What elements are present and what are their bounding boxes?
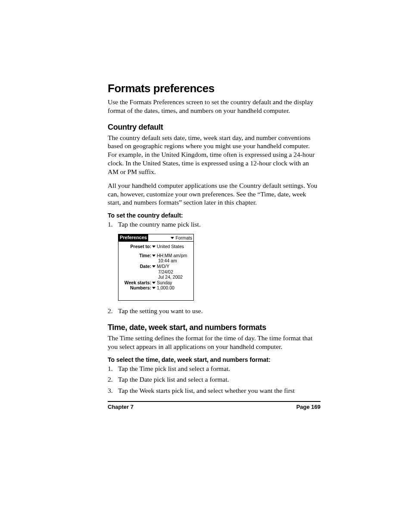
palm-screenshot: Preferences Formats Preset to: United St… — [118, 234, 321, 301]
steps-select-formats: Tap the Time pick list and select a form… — [108, 364, 321, 395]
numbers-value: 1,000.00 — [157, 285, 174, 291]
document-page: Formats preferences Use the Formats Pref… — [0, 0, 411, 532]
step-2: Tap the setting you want to use. — [108, 307, 321, 315]
dropdown-triangle-icon — [152, 287, 156, 289]
dropdown-triangle-icon — [152, 282, 156, 284]
step-1: Tap the Time pick list and select a form… — [108, 364, 321, 373]
preset-to-picklist[interactable]: United States — [152, 244, 184, 249]
time-label: Time: — [121, 253, 152, 258]
time-picklist[interactable]: HH:MM am/pm — [152, 253, 187, 258]
footer-chapter: Chapter 7 — [108, 404, 134, 410]
step-3: Tap the Week starts pick list, and selec… — [108, 386, 321, 395]
task-heading-set-country-default: To set the country default: — [108, 212, 321, 219]
intro-paragraph: Use the Formats Preferences screen to se… — [108, 98, 321, 115]
date-example-1: 7/24/02 — [121, 269, 191, 275]
steps-set-country-default: Tap the country name pick list. — [108, 220, 321, 229]
step-1: Tap the country name pick list. — [108, 220, 321, 229]
week-starts-picklist[interactable]: Sunday — [152, 280, 172, 286]
palm-title-tab: Preferences — [118, 234, 148, 241]
country-default-paragraph-1: The country default sets date, time, wee… — [108, 134, 321, 176]
dropdown-triangle-icon — [152, 265, 156, 268]
date-picklist[interactable]: M/D/Y — [152, 264, 169, 269]
footer-page-number: Page 169 — [296, 404, 321, 410]
dropdown-triangle-icon — [152, 246, 156, 248]
time-example: 10:44 am — [121, 258, 191, 264]
heading-country-default: Country default — [108, 123, 321, 132]
dropdown-triangle-icon — [152, 255, 156, 257]
week-starts-value: Sunday — [157, 280, 172, 286]
preset-to-label: Preset to: — [121, 244, 152, 249]
palm-titlebar: Preferences Formats — [118, 234, 193, 242]
date-value: M/D/Y — [157, 264, 169, 269]
task-heading-select-formats: To select the time, date, week start, an… — [108, 356, 321, 363]
numbers-label: Numbers: — [121, 285, 152, 291]
time-date-paragraph: The Time setting defines the format for … — [108, 334, 321, 351]
steps-set-country-default-cont: Tap the setting you want to use. — [108, 307, 321, 315]
numbers-picklist[interactable]: 1,000.00 — [152, 285, 174, 291]
palm-menu-picklist[interactable]: Formats — [169, 234, 193, 241]
palm-menu-label: Formats — [175, 235, 192, 241]
dropdown-triangle-icon — [171, 237, 174, 239]
heading-formats-preferences: Formats preferences — [108, 82, 321, 95]
page-footer: Chapter 7 Page 169 — [108, 401, 321, 410]
time-value: HH:MM am/pm — [157, 253, 187, 258]
palm-body: Preset to: United States Time: HH:MM am/… — [118, 242, 193, 300]
step-2: Tap the Date pick list and select a form… — [108, 375, 321, 384]
date-example-2: Jul 24, 2002 — [121, 274, 191, 280]
palm-device-screen: Preferences Formats Preset to: United St… — [118, 234, 194, 301]
week-starts-label: Week starts: — [121, 280, 152, 286]
country-default-paragraph-2: All your handheld computer applications … — [108, 181, 321, 207]
heading-time-date-formats: Time, date, week start, and numbers form… — [108, 323, 321, 332]
date-label: Date: — [121, 264, 152, 269]
preset-to-value: United States — [157, 244, 184, 249]
